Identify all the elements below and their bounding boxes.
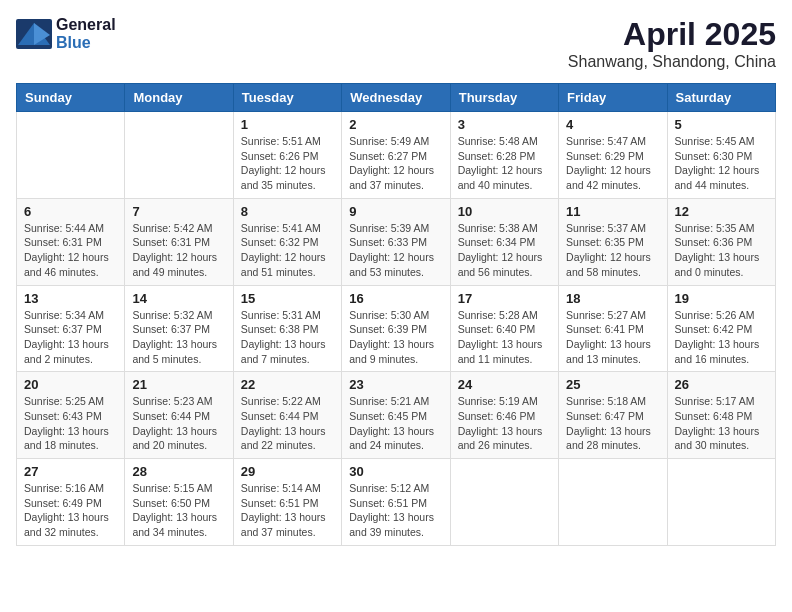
day-info: Sunrise: 5:26 AMSunset: 6:42 PMDaylight:… (675, 308, 768, 367)
day-info: Sunrise: 5:21 AMSunset: 6:45 PMDaylight:… (349, 394, 442, 453)
day-number: 9 (349, 204, 442, 219)
day-info: Sunrise: 5:28 AMSunset: 6:40 PMDaylight:… (458, 308, 551, 367)
calendar-cell: 5Sunrise: 5:45 AMSunset: 6:30 PMDaylight… (667, 112, 775, 199)
day-number: 1 (241, 117, 334, 132)
day-number: 5 (675, 117, 768, 132)
day-info: Sunrise: 5:22 AMSunset: 6:44 PMDaylight:… (241, 394, 334, 453)
day-number: 12 (675, 204, 768, 219)
calendar-cell: 28Sunrise: 5:15 AMSunset: 6:50 PMDayligh… (125, 459, 233, 546)
day-number: 2 (349, 117, 442, 132)
day-info: Sunrise: 5:48 AMSunset: 6:28 PMDaylight:… (458, 134, 551, 193)
day-number: 11 (566, 204, 659, 219)
day-info: Sunrise: 5:12 AMSunset: 6:51 PMDaylight:… (349, 481, 442, 540)
calendar-cell: 25Sunrise: 5:18 AMSunset: 6:47 PMDayligh… (559, 372, 667, 459)
calendar-cell: 23Sunrise: 5:21 AMSunset: 6:45 PMDayligh… (342, 372, 450, 459)
day-number: 29 (241, 464, 334, 479)
calendar-cell: 26Sunrise: 5:17 AMSunset: 6:48 PMDayligh… (667, 372, 775, 459)
day-number: 4 (566, 117, 659, 132)
week-row-3: 13Sunrise: 5:34 AMSunset: 6:37 PMDayligh… (17, 285, 776, 372)
day-number: 25 (566, 377, 659, 392)
weekday-header-friday: Friday (559, 84, 667, 112)
day-info: Sunrise: 5:37 AMSunset: 6:35 PMDaylight:… (566, 221, 659, 280)
day-info: Sunrise: 5:47 AMSunset: 6:29 PMDaylight:… (566, 134, 659, 193)
weekday-header-row: SundayMondayTuesdayWednesdayThursdayFrid… (17, 84, 776, 112)
day-info: Sunrise: 5:30 AMSunset: 6:39 PMDaylight:… (349, 308, 442, 367)
day-info: Sunrise: 5:14 AMSunset: 6:51 PMDaylight:… (241, 481, 334, 540)
day-number: 6 (24, 204, 117, 219)
weekday-header-saturday: Saturday (667, 84, 775, 112)
day-info: Sunrise: 5:16 AMSunset: 6:49 PMDaylight:… (24, 481, 117, 540)
week-row-5: 27Sunrise: 5:16 AMSunset: 6:49 PMDayligh… (17, 459, 776, 546)
day-info: Sunrise: 5:51 AMSunset: 6:26 PMDaylight:… (241, 134, 334, 193)
day-number: 3 (458, 117, 551, 132)
day-info: Sunrise: 5:34 AMSunset: 6:37 PMDaylight:… (24, 308, 117, 367)
day-number: 15 (241, 291, 334, 306)
logo-icon (16, 19, 52, 49)
calendar-cell (450, 459, 558, 546)
calendar-cell (125, 112, 233, 199)
day-info: Sunrise: 5:44 AMSunset: 6:31 PMDaylight:… (24, 221, 117, 280)
day-info: Sunrise: 5:38 AMSunset: 6:34 PMDaylight:… (458, 221, 551, 280)
day-number: 16 (349, 291, 442, 306)
calendar-cell: 7Sunrise: 5:42 AMSunset: 6:31 PMDaylight… (125, 198, 233, 285)
weekday-header-sunday: Sunday (17, 84, 125, 112)
month-title: April 2025 (568, 16, 776, 53)
logo-blue: Blue (56, 34, 91, 51)
day-number: 13 (24, 291, 117, 306)
weekday-header-tuesday: Tuesday (233, 84, 341, 112)
day-info: Sunrise: 5:45 AMSunset: 6:30 PMDaylight:… (675, 134, 768, 193)
day-info: Sunrise: 5:17 AMSunset: 6:48 PMDaylight:… (675, 394, 768, 453)
calendar-cell (667, 459, 775, 546)
calendar-cell: 19Sunrise: 5:26 AMSunset: 6:42 PMDayligh… (667, 285, 775, 372)
day-number: 10 (458, 204, 551, 219)
calendar-cell: 29Sunrise: 5:14 AMSunset: 6:51 PMDayligh… (233, 459, 341, 546)
calendar-cell: 1Sunrise: 5:51 AMSunset: 6:26 PMDaylight… (233, 112, 341, 199)
day-number: 14 (132, 291, 225, 306)
day-info: Sunrise: 5:41 AMSunset: 6:32 PMDaylight:… (241, 221, 334, 280)
weekday-header-thursday: Thursday (450, 84, 558, 112)
calendar-cell: 10Sunrise: 5:38 AMSunset: 6:34 PMDayligh… (450, 198, 558, 285)
day-number: 22 (241, 377, 334, 392)
calendar-cell: 11Sunrise: 5:37 AMSunset: 6:35 PMDayligh… (559, 198, 667, 285)
calendar-cell: 24Sunrise: 5:19 AMSunset: 6:46 PMDayligh… (450, 372, 558, 459)
calendar: SundayMondayTuesdayWednesdayThursdayFrid… (16, 83, 776, 546)
calendar-cell: 20Sunrise: 5:25 AMSunset: 6:43 PMDayligh… (17, 372, 125, 459)
day-info: Sunrise: 5:49 AMSunset: 6:27 PMDaylight:… (349, 134, 442, 193)
weekday-header-monday: Monday (125, 84, 233, 112)
day-number: 26 (675, 377, 768, 392)
calendar-cell (559, 459, 667, 546)
logo: General Blue (16, 16, 116, 52)
week-row-1: 1Sunrise: 5:51 AMSunset: 6:26 PMDaylight… (17, 112, 776, 199)
day-number: 27 (24, 464, 117, 479)
day-number: 7 (132, 204, 225, 219)
day-info: Sunrise: 5:42 AMSunset: 6:31 PMDaylight:… (132, 221, 225, 280)
day-info: Sunrise: 5:39 AMSunset: 6:33 PMDaylight:… (349, 221, 442, 280)
title-block: April 2025 Shanwang, Shandong, China (568, 16, 776, 71)
day-number: 18 (566, 291, 659, 306)
day-info: Sunrise: 5:35 AMSunset: 6:36 PMDaylight:… (675, 221, 768, 280)
location-title: Shanwang, Shandong, China (568, 53, 776, 71)
day-number: 19 (675, 291, 768, 306)
calendar-cell: 8Sunrise: 5:41 AMSunset: 6:32 PMDaylight… (233, 198, 341, 285)
calendar-cell: 18Sunrise: 5:27 AMSunset: 6:41 PMDayligh… (559, 285, 667, 372)
calendar-cell: 14Sunrise: 5:32 AMSunset: 6:37 PMDayligh… (125, 285, 233, 372)
week-row-2: 6Sunrise: 5:44 AMSunset: 6:31 PMDaylight… (17, 198, 776, 285)
weekday-header-wednesday: Wednesday (342, 84, 450, 112)
day-info: Sunrise: 5:15 AMSunset: 6:50 PMDaylight:… (132, 481, 225, 540)
day-number: 24 (458, 377, 551, 392)
day-number: 8 (241, 204, 334, 219)
calendar-cell: 21Sunrise: 5:23 AMSunset: 6:44 PMDayligh… (125, 372, 233, 459)
day-info: Sunrise: 5:31 AMSunset: 6:38 PMDaylight:… (241, 308, 334, 367)
day-info: Sunrise: 5:32 AMSunset: 6:37 PMDaylight:… (132, 308, 225, 367)
calendar-cell: 13Sunrise: 5:34 AMSunset: 6:37 PMDayligh… (17, 285, 125, 372)
day-info: Sunrise: 5:27 AMSunset: 6:41 PMDaylight:… (566, 308, 659, 367)
day-number: 20 (24, 377, 117, 392)
calendar-cell: 15Sunrise: 5:31 AMSunset: 6:38 PMDayligh… (233, 285, 341, 372)
day-number: 28 (132, 464, 225, 479)
calendar-cell: 3Sunrise: 5:48 AMSunset: 6:28 PMDaylight… (450, 112, 558, 199)
calendar-cell: 27Sunrise: 5:16 AMSunset: 6:49 PMDayligh… (17, 459, 125, 546)
calendar-cell: 6Sunrise: 5:44 AMSunset: 6:31 PMDaylight… (17, 198, 125, 285)
day-number: 17 (458, 291, 551, 306)
day-info: Sunrise: 5:25 AMSunset: 6:43 PMDaylight:… (24, 394, 117, 453)
day-number: 23 (349, 377, 442, 392)
